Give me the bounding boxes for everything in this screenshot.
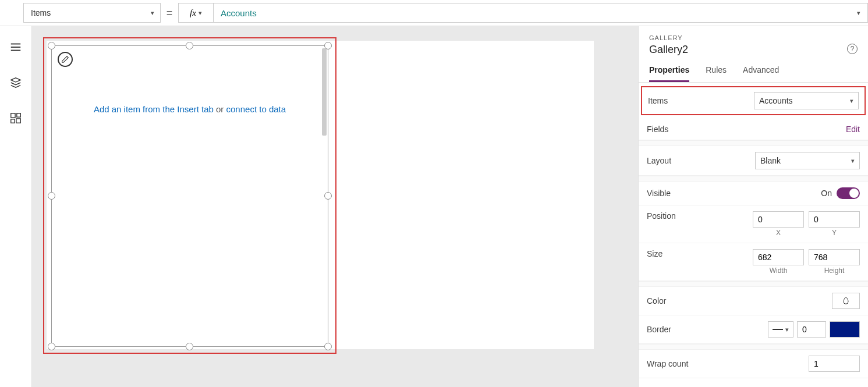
svg-rect-5 [11,119,15,123]
visible-property-row: Visible On [639,182,868,205]
left-rail [0,26,32,387]
visible-label: Visible [647,189,671,198]
gallery-selection[interactable]: Add an item from the Insert tab or conne… [43,37,336,354]
tab-rules[interactable]: Rules [706,65,727,82]
chevron-down-icon: ▾ [151,9,154,17]
resize-handle[interactable] [48,343,55,350]
property-dropdown-label: Items [31,8,51,17]
size-height-input[interactable] [809,249,860,265]
tree-view-icon[interactable] [9,41,22,56]
width-sublabel: Width [753,267,804,275]
properties-panel: GALLERY Gallery2 ? Properties Rules Adva… [638,26,868,387]
border-width-input[interactable] [797,321,826,338]
fields-property-row: Fields Edit [639,119,868,140]
edit-icon[interactable] [58,52,73,67]
size-property-row: Size Width Height [639,243,868,281]
layout-property-row: Layout Blank ▾ [639,146,868,176]
resize-handle[interactable] [324,192,332,200]
fields-label: Fields [647,125,668,134]
layout-label: Layout [647,156,671,165]
border-style-dropdown[interactable]: ▾ [768,321,793,338]
size-label: Size [647,249,662,258]
position-label: Position [647,211,676,221]
layout-dropdown[interactable]: Blank ▾ [755,152,860,169]
wrap-count-label: Wrap count [647,359,688,368]
items-value: Accounts [759,96,793,105]
equals-sign: = [161,7,178,19]
hint-or: or [214,104,226,114]
resize-handle[interactable] [48,42,55,49]
connect-data-link[interactable]: connect to data [226,104,286,114]
main-area: Add an item from the Insert tab or conne… [0,26,868,387]
svg-rect-3 [11,113,15,118]
canvas-area[interactable]: Add an item from the Insert tab or conne… [32,26,638,387]
chevron-down-icon: ▾ [851,157,855,165]
data-icon[interactable] [9,76,22,91]
help-icon[interactable]: ? [847,44,858,54]
formula-input[interactable]: Accounts ▾ [213,3,868,23]
fx-icon: fx [190,8,196,18]
items-label: Items [648,96,668,105]
chevron-down-icon: ▾ [785,326,789,333]
position-y-input[interactable] [809,211,860,228]
fx-button[interactable]: fx ▾ [178,3,213,23]
visible-state: On [821,189,832,198]
color-label: Color [647,296,666,306]
x-sublabel: X [753,229,804,237]
size-width-input[interactable] [753,249,804,265]
resize-handle[interactable] [186,42,193,49]
formula-bar: Items ▾ = fx ▾ Accounts ▾ [0,0,868,26]
resize-handle[interactable] [48,192,55,200]
color-picker[interactable] [832,293,860,309]
height-sublabel: Height [809,267,860,275]
resize-handle[interactable] [324,42,332,49]
gallery-control[interactable]: Add an item from the Insert tab or conne… [51,45,328,347]
position-property-row: Position X Y [639,205,868,243]
layout-value: Blank [760,156,781,165]
y-sublabel: Y [809,229,860,237]
items-property-row: Items Accounts ▾ [641,86,866,115]
position-x-input[interactable] [753,211,804,228]
toggle-track[interactable] [837,187,860,199]
color-property-row: Color [639,287,868,315]
formula-value: Accounts [221,8,257,18]
panel-tabs: Properties Rules Advanced [639,56,868,83]
chevron-down-icon: ▾ [857,9,860,17]
gallery-hint: Add an item from the Insert tab or conne… [52,104,328,114]
insert-hint-link[interactable]: Add an item from the Insert tab [94,104,214,114]
wrap-count-input[interactable] [809,356,860,372]
border-color-picker[interactable] [830,321,860,338]
property-dropdown[interactable]: Items ▾ [23,3,161,23]
border-property-row: Border ▾ [639,315,868,344]
tab-advanced[interactable]: Advanced [743,65,779,82]
items-dropdown[interactable]: Accounts ▾ [754,92,859,109]
resize-handle[interactable] [186,343,193,350]
components-icon[interactable] [9,112,22,127]
app-screen[interactable]: Add an item from the Insert tab or conne… [47,41,594,349]
resize-handle[interactable] [324,343,332,350]
svg-rect-4 [17,113,20,117]
fields-edit-link[interactable]: Edit [846,125,860,134]
svg-rect-6 [16,119,20,123]
border-label: Border [647,325,671,334]
chevron-down-icon: ▾ [850,97,853,105]
control-name[interactable]: Gallery2 [649,44,858,56]
tab-properties[interactable]: Properties [649,65,689,82]
panel-header: GALLERY Gallery2 ? [639,26,868,56]
wrap-count-row: Wrap count [639,350,868,378]
scrollbar[interactable] [322,48,327,136]
visible-toggle[interactable]: On [821,187,860,199]
chevron-down-icon: ▾ [199,9,202,17]
control-type-label: GALLERY [649,34,858,41]
